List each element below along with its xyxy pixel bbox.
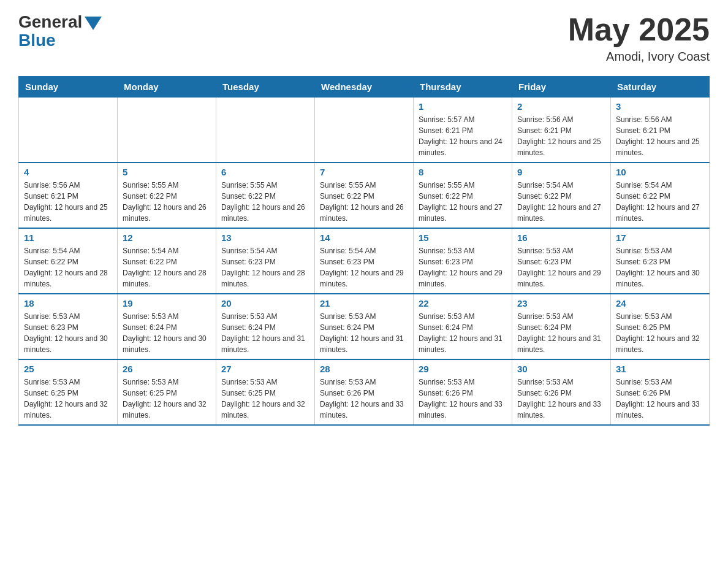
calendar-day-cell: 2Sunrise: 5:56 AM Sunset: 6:21 PM Daylig…	[512, 98, 611, 163]
calendar-day-cell: 15Sunrise: 5:53 AM Sunset: 6:23 PM Dayli…	[414, 228, 512, 294]
day-number: 29	[419, 364, 507, 374]
calendar-day-cell: 20Sunrise: 5:53 AM Sunset: 6:24 PM Dayli…	[216, 294, 315, 359]
day-number: 11	[24, 232, 112, 243]
calendar-day-cell: 22Sunrise: 5:53 AM Sunset: 6:24 PM Dayli…	[414, 294, 512, 359]
weekday-header: Friday	[512, 77, 611, 98]
day-info: Sunrise: 5:55 AM Sunset: 6:22 PM Dayligh…	[320, 180, 408, 224]
calendar-day-cell: 8Sunrise: 5:55 AM Sunset: 6:22 PM Daylig…	[414, 163, 512, 228]
day-number: 20	[221, 298, 309, 308]
day-number: 8	[419, 167, 507, 177]
title-block: May 2025 Amodi, Ivory Coast	[568, 12, 710, 64]
calendar-day-cell	[118, 98, 216, 163]
day-info: Sunrise: 5:53 AM Sunset: 6:23 PM Dayligh…	[24, 311, 112, 355]
weekday-header: Saturday	[611, 77, 710, 98]
day-info: Sunrise: 5:54 AM Sunset: 6:22 PM Dayligh…	[123, 245, 211, 289]
calendar-day-cell: 16Sunrise: 5:53 AM Sunset: 6:23 PM Dayli…	[512, 228, 611, 294]
day-number: 6	[221, 167, 309, 177]
calendar-day-cell: 6Sunrise: 5:55 AM Sunset: 6:22 PM Daylig…	[216, 163, 315, 228]
day-info: Sunrise: 5:53 AM Sunset: 6:24 PM Dayligh…	[419, 311, 507, 355]
calendar-day-cell: 26Sunrise: 5:53 AM Sunset: 6:25 PM Dayli…	[118, 359, 216, 425]
calendar-table: SundayMondayTuesdayWednesdayThursdayFrid…	[18, 76, 710, 426]
weekday-header: Wednesday	[315, 77, 414, 98]
day-number: 9	[517, 167, 605, 177]
weekday-header: Monday	[118, 77, 216, 98]
day-number: 13	[221, 232, 309, 243]
day-number: 21	[320, 298, 408, 308]
calendar-week-row: 11Sunrise: 5:54 AM Sunset: 6:22 PM Dayli…	[19, 228, 710, 294]
day-info: Sunrise: 5:53 AM Sunset: 6:26 PM Dayligh…	[616, 377, 704, 421]
calendar-day-cell: 30Sunrise: 5:53 AM Sunset: 6:26 PM Dayli…	[512, 359, 611, 425]
day-info: Sunrise: 5:54 AM Sunset: 6:23 PM Dayligh…	[320, 245, 408, 289]
logo-blue-text: Blue	[18, 31, 56, 50]
day-info: Sunrise: 5:53 AM Sunset: 6:25 PM Dayligh…	[221, 377, 309, 421]
calendar-week-row: 25Sunrise: 5:53 AM Sunset: 6:25 PM Dayli…	[19, 359, 710, 425]
calendar-day-cell: 17Sunrise: 5:53 AM Sunset: 6:23 PM Dayli…	[611, 228, 710, 294]
day-info: Sunrise: 5:54 AM Sunset: 6:23 PM Dayligh…	[221, 245, 309, 289]
calendar-day-cell: 4Sunrise: 5:56 AM Sunset: 6:21 PM Daylig…	[19, 163, 118, 228]
day-number: 19	[123, 298, 211, 308]
calendar-day-cell: 5Sunrise: 5:55 AM Sunset: 6:22 PM Daylig…	[118, 163, 216, 228]
day-number: 31	[616, 364, 704, 374]
day-info: Sunrise: 5:56 AM Sunset: 6:21 PM Dayligh…	[24, 180, 112, 224]
calendar-day-cell: 25Sunrise: 5:53 AM Sunset: 6:25 PM Dayli…	[19, 359, 118, 425]
calendar-day-cell: 12Sunrise: 5:54 AM Sunset: 6:22 PM Dayli…	[118, 228, 216, 294]
calendar-day-cell: 31Sunrise: 5:53 AM Sunset: 6:26 PM Dayli…	[611, 359, 710, 425]
calendar-day-cell	[216, 98, 315, 163]
day-info: Sunrise: 5:53 AM Sunset: 6:23 PM Dayligh…	[616, 245, 704, 289]
calendar-day-cell: 27Sunrise: 5:53 AM Sunset: 6:25 PM Dayli…	[216, 359, 315, 425]
day-info: Sunrise: 5:53 AM Sunset: 6:25 PM Dayligh…	[123, 377, 211, 421]
page-subtitle: Amodi, Ivory Coast	[568, 50, 710, 64]
day-info: Sunrise: 5:56 AM Sunset: 6:21 PM Dayligh…	[517, 114, 605, 158]
day-info: Sunrise: 5:53 AM Sunset: 6:24 PM Dayligh…	[221, 311, 309, 355]
logo-general-text: General	[18, 12, 82, 32]
calendar-day-cell: 29Sunrise: 5:53 AM Sunset: 6:26 PM Dayli…	[414, 359, 512, 425]
day-number: 12	[123, 232, 211, 243]
calendar-day-cell: 7Sunrise: 5:55 AM Sunset: 6:22 PM Daylig…	[315, 163, 414, 228]
day-info: Sunrise: 5:55 AM Sunset: 6:22 PM Dayligh…	[419, 180, 507, 224]
day-info: Sunrise: 5:53 AM Sunset: 6:26 PM Dayligh…	[517, 377, 605, 421]
day-number: 26	[123, 364, 211, 374]
calendar-week-row: 1Sunrise: 5:57 AM Sunset: 6:21 PM Daylig…	[19, 98, 710, 163]
day-number: 1	[419, 101, 507, 112]
logo: General Blue	[18, 12, 102, 50]
day-info: Sunrise: 5:53 AM Sunset: 6:25 PM Dayligh…	[616, 311, 704, 355]
day-number: 5	[123, 167, 211, 177]
day-number: 25	[24, 364, 112, 374]
day-info: Sunrise: 5:53 AM Sunset: 6:24 PM Dayligh…	[123, 311, 211, 355]
calendar-day-cell: 10Sunrise: 5:54 AM Sunset: 6:22 PM Dayli…	[611, 163, 710, 228]
day-number: 23	[517, 298, 605, 308]
day-info: Sunrise: 5:57 AM Sunset: 6:21 PM Dayligh…	[419, 114, 507, 158]
day-number: 28	[320, 364, 408, 374]
calendar-header-row: SundayMondayTuesdayWednesdayThursdayFrid…	[19, 77, 710, 98]
calendar-day-cell: 18Sunrise: 5:53 AM Sunset: 6:23 PM Dayli…	[19, 294, 118, 359]
calendar-day-cell: 3Sunrise: 5:56 AM Sunset: 6:21 PM Daylig…	[611, 98, 710, 163]
calendar-day-cell: 23Sunrise: 5:53 AM Sunset: 6:24 PM Dayli…	[512, 294, 611, 359]
day-info: Sunrise: 5:55 AM Sunset: 6:22 PM Dayligh…	[221, 180, 309, 224]
calendar-day-cell: 28Sunrise: 5:53 AM Sunset: 6:26 PM Dayli…	[315, 359, 414, 425]
day-info: Sunrise: 5:55 AM Sunset: 6:22 PM Dayligh…	[123, 180, 211, 224]
logo-triangle-icon	[85, 17, 102, 30]
day-number: 7	[320, 167, 408, 177]
day-number: 15	[419, 232, 507, 243]
day-info: Sunrise: 5:56 AM Sunset: 6:21 PM Dayligh…	[616, 114, 704, 158]
calendar-day-cell: 14Sunrise: 5:54 AM Sunset: 6:23 PM Dayli…	[315, 228, 414, 294]
calendar-day-cell: 13Sunrise: 5:54 AM Sunset: 6:23 PM Dayli…	[216, 228, 315, 294]
day-info: Sunrise: 5:53 AM Sunset: 6:24 PM Dayligh…	[320, 311, 408, 355]
weekday-header: Tuesday	[216, 77, 315, 98]
day-number: 16	[517, 232, 605, 243]
day-number: 3	[616, 101, 704, 112]
day-info: Sunrise: 5:54 AM Sunset: 6:22 PM Dayligh…	[616, 180, 704, 224]
day-info: Sunrise: 5:53 AM Sunset: 6:23 PM Dayligh…	[419, 245, 507, 289]
calendar-week-row: 18Sunrise: 5:53 AM Sunset: 6:23 PM Dayli…	[19, 294, 710, 359]
day-number: 4	[24, 167, 112, 177]
calendar-day-cell	[19, 98, 118, 163]
weekday-header: Thursday	[414, 77, 512, 98]
calendar-day-cell	[315, 98, 414, 163]
day-number: 27	[221, 364, 309, 374]
day-number: 18	[24, 298, 112, 308]
calendar-day-cell: 1Sunrise: 5:57 AM Sunset: 6:21 PM Daylig…	[414, 98, 512, 163]
calendar-day-cell: 24Sunrise: 5:53 AM Sunset: 6:25 PM Dayli…	[611, 294, 710, 359]
day-number: 30	[517, 364, 605, 374]
day-info: Sunrise: 5:53 AM Sunset: 6:24 PM Dayligh…	[517, 311, 605, 355]
calendar-day-cell: 11Sunrise: 5:54 AM Sunset: 6:22 PM Dayli…	[19, 228, 118, 294]
